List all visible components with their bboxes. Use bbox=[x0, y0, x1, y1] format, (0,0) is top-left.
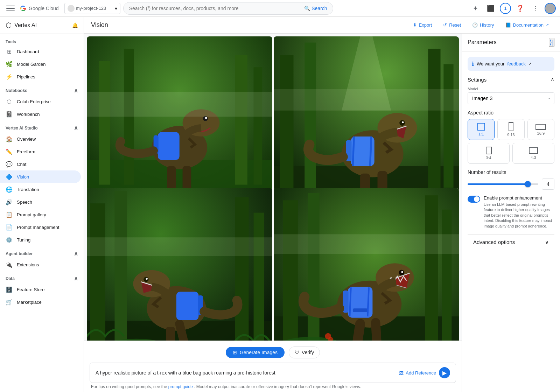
sidebar-item-vision[interactable]: 🔷 Vision bbox=[0, 170, 81, 183]
parameters-content: ℹ We want your feedback ↗ Settings ∧ bbox=[462, 51, 560, 255]
feature-store-icon: 🗄️ bbox=[6, 286, 13, 293]
aspect-16-9-button[interactable]: 16:9 bbox=[527, 119, 554, 140]
svg-rect-5 bbox=[254, 67, 262, 184]
svg-rect-59 bbox=[442, 209, 451, 341]
data-section[interactable]: Data ∧ bbox=[0, 271, 84, 283]
export-label: Export bbox=[419, 22, 432, 28]
dino-image-4 bbox=[274, 188, 459, 341]
prompt-enhancement-label: Enable prompt enhancement bbox=[484, 195, 554, 201]
portrait2-shape bbox=[486, 147, 492, 154]
history-button[interactable]: 🕐 History bbox=[468, 20, 498, 30]
aspect-3-4-button[interactable]: 3:4 bbox=[468, 143, 510, 164]
advanced-chevron-icon: ∨ bbox=[545, 239, 549, 245]
results-slider[interactable] bbox=[468, 183, 538, 185]
search-bar[interactable]: 🔍 Search bbox=[123, 2, 333, 15]
pipelines-icon: ⚡ bbox=[6, 73, 13, 80]
results-form-group: Number of results 4 bbox=[468, 169, 554, 190]
aspect-1-1-button[interactable]: 1:1 bbox=[468, 119, 495, 140]
user-avatar[interactable] bbox=[545, 3, 556, 14]
sidebar-item-overview[interactable]: 🏠 Overview bbox=[0, 133, 81, 145]
hamburger-menu-button[interactable] bbox=[4, 2, 17, 15]
search-button[interactable]: 🔍 Search bbox=[304, 6, 327, 11]
slider-thumb bbox=[525, 181, 531, 187]
sidebar-item-prompt-gallery[interactable]: 📋 Prompt gallery bbox=[0, 208, 81, 221]
action-row: ⊞ Generate Images 🛡 Verify bbox=[90, 344, 456, 361]
sidebar-item-extensions[interactable]: 🔌 Extensions bbox=[0, 258, 81, 271]
sidebar-item-label: Speech bbox=[17, 200, 32, 205]
model-select[interactable]: Imagen 3Imagen 2Imagen 1 bbox=[468, 92, 554, 104]
feedback-link[interactable]: feedback bbox=[507, 61, 526, 66]
generate-images-button[interactable]: ⊞ Generate Images bbox=[226, 347, 285, 358]
help-button[interactable]: ❓ bbox=[514, 2, 526, 15]
svg-rect-42 bbox=[235, 197, 249, 341]
verify-button[interactable]: 🛡 Verify bbox=[289, 346, 320, 358]
sidebar-item-freeform[interactable]: ✏️ Freeform bbox=[0, 145, 81, 158]
aspect-9-16-button[interactable]: 9:16 bbox=[497, 119, 524, 140]
more-options-button[interactable]: ⋮ bbox=[529, 2, 542, 15]
vertex-studio-section[interactable]: Vertex AI Studio ∧ bbox=[0, 120, 84, 133]
reset-button[interactable]: ↺ Reset bbox=[439, 20, 465, 30]
sidebar-item-label: Overview bbox=[17, 136, 36, 142]
sidebar-item-colab[interactable]: ⬡ Colab Enterprise bbox=[0, 95, 81, 108]
aspect-4-3-button[interactable]: 4:3 bbox=[512, 143, 554, 164]
svg-rect-12 bbox=[158, 132, 180, 160]
prompt-gallery-icon: 📋 bbox=[6, 211, 13, 218]
aspect-grid-row1: 1:1 9:16 16:9 bbox=[468, 119, 554, 140]
parameters-collapse-button[interactable]: ⟩| bbox=[549, 38, 554, 47]
sidebar-app-title: Vertex AI bbox=[14, 22, 37, 28]
send-button[interactable]: ▶ bbox=[439, 367, 450, 378]
notifications-badge[interactable]: 1 bbox=[500, 3, 511, 14]
svg-rect-17 bbox=[87, 92, 272, 117]
sidebar-item-chat[interactable]: 💬 Chat bbox=[0, 158, 81, 170]
reset-icon: ↺ bbox=[443, 22, 447, 28]
agent-builder-section[interactable]: Agent builder ∧ bbox=[0, 246, 84, 258]
prompt-guide-link[interactable]: prompt guide bbox=[168, 384, 193, 389]
split-view: ⊞ Generate Images 🛡 Verify 🖼 Add Referen bbox=[84, 34, 560, 392]
documentation-button[interactable]: 📘 Documentation ↗ bbox=[501, 20, 553, 30]
results-label: Number of results bbox=[468, 169, 554, 175]
svg-rect-56 bbox=[283, 200, 298, 341]
sidebar-item-workbench[interactable]: 📓 Workbench bbox=[0, 108, 81, 120]
sidebar-bell-icon[interactable]: 🔔 bbox=[72, 22, 78, 28]
search-input[interactable] bbox=[129, 6, 302, 11]
svg-rect-41 bbox=[114, 191, 127, 341]
settings-header[interactable]: Settings ∧ bbox=[468, 76, 554, 83]
aspect-grid-row2: 3:4 4:3 bbox=[468, 143, 554, 164]
svg-rect-57 bbox=[308, 193, 320, 341]
sidebar-item-prompt-management[interactable]: 📄 Prompt management bbox=[0, 221, 81, 233]
terminal-button[interactable]: ⬛ bbox=[484, 2, 497, 15]
sidebar-item-pipelines[interactable]: ⚡ Pipelines bbox=[0, 70, 81, 83]
generated-image-3 bbox=[87, 188, 272, 341]
advanced-options-section[interactable]: Advanced options ∨ bbox=[468, 234, 554, 250]
vision-icon: 🔷 bbox=[6, 173, 13, 180]
project-name: my-project-123 bbox=[76, 6, 113, 11]
sidebar-item-tuning[interactable]: ⚙️ Tuning bbox=[0, 233, 81, 246]
notebooks-section[interactable]: Notebooks ∧ bbox=[0, 83, 84, 95]
svg-line-34 bbox=[370, 136, 371, 166]
sparkle-button[interactable]: ✦ bbox=[469, 2, 482, 15]
images-grid bbox=[84, 34, 462, 341]
prompt-enhancement-toggle[interactable] bbox=[468, 196, 480, 203]
docs-icon: 📘 bbox=[505, 22, 511, 28]
sidebar-item-dashboard[interactable]: ⊞ Dashboard bbox=[0, 45, 81, 58]
sidebar-item-model-garden[interactable]: 🌿 Model Garden bbox=[0, 58, 81, 70]
project-selector[interactable]: my-project-123 ▾ bbox=[64, 3, 120, 14]
sidebar-item-feature-store[interactable]: 🗄️ Feature Store bbox=[0, 283, 81, 296]
prompt-hint: For tips on writing good prompts, see th… bbox=[90, 384, 456, 389]
svg-rect-71 bbox=[274, 234, 459, 254]
vertex-ai-logo-icon: ⬡ bbox=[6, 21, 12, 29]
svg-point-63 bbox=[401, 271, 403, 273]
add-reference-button[interactable]: 🖼 Add Reference bbox=[399, 370, 436, 376]
sidebar-item-marketplace[interactable]: 🛒 Marketplace bbox=[0, 296, 81, 308]
prompt-input[interactable] bbox=[96, 370, 396, 376]
reset-label: Reset bbox=[449, 22, 461, 28]
sidebar-item-translation[interactable]: 🌐 Translation bbox=[0, 183, 81, 196]
marketplace-icon: 🛒 bbox=[6, 299, 13, 306]
svg-rect-21 bbox=[304, 43, 316, 191]
parameters-title: Parameters bbox=[468, 39, 549, 46]
prompt-enhancement-content: Enable prompt enhancement Use an LLM-bas… bbox=[484, 195, 554, 229]
parameters-header: Parameters ⟩| bbox=[462, 34, 560, 51]
sidebar-item-speech[interactable]: 🔊 Speech bbox=[0, 196, 81, 208]
export-button[interactable]: ⬇ Export bbox=[409, 20, 436, 30]
ratio-4-3-label: 4:3 bbox=[531, 155, 536, 160]
